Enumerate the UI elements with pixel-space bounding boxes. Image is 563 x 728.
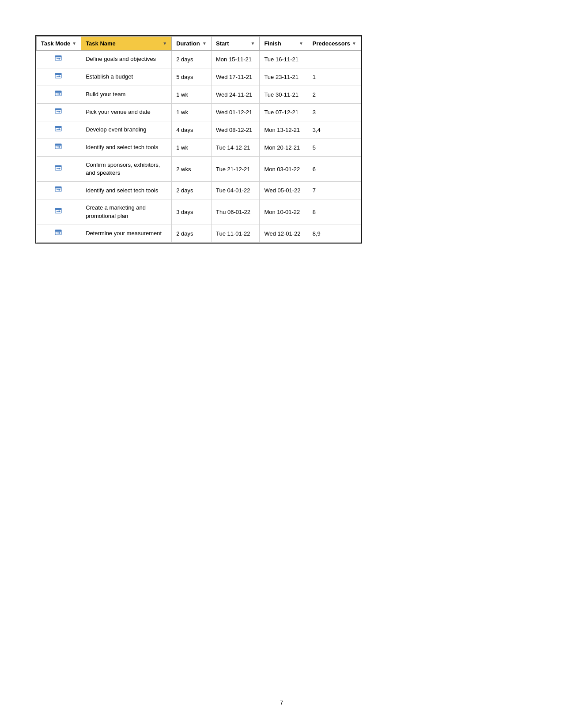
table-row[interactable]: Create a marketing and promotional plan3… bbox=[37, 199, 361, 225]
page-number: 7 bbox=[280, 699, 283, 706]
sort-arrow-task-name[interactable]: ▼ bbox=[162, 41, 167, 46]
start-cell: Tue 04-01-22 bbox=[212, 182, 260, 199]
table-row[interactable]: Build your team1 wkWed 24-11-21Tue 30-11… bbox=[37, 86, 361, 104]
start-cell: Tue 21-12-21 bbox=[212, 157, 260, 182]
task-name-cell: Establish a budget bbox=[81, 68, 172, 86]
start-cell: Wed 24-11-21 bbox=[212, 86, 260, 104]
finish-cell: Tue 23-11-21 bbox=[260, 68, 308, 86]
header-start: Start ▼ bbox=[212, 37, 260, 51]
task-name-cell: Identify and select tech tools bbox=[81, 139, 172, 157]
duration-cell: 3 days bbox=[172, 199, 212, 225]
task-mode-cell bbox=[37, 104, 81, 121]
duration-cell: 2 days bbox=[172, 51, 212, 68]
task-name-cell: Develop event branding bbox=[81, 121, 172, 139]
svg-rect-13 bbox=[55, 126, 61, 128]
predecessors-cell: 7 bbox=[308, 182, 361, 199]
svg-rect-1 bbox=[55, 56, 61, 57]
finish-cell: Mon 03-01-22 bbox=[260, 157, 308, 182]
svg-rect-28 bbox=[55, 230, 61, 232]
task-name-cell: Pick your venue and date bbox=[81, 104, 172, 121]
sort-arrow-finish[interactable]: ▼ bbox=[299, 41, 303, 46]
svg-rect-22 bbox=[55, 187, 61, 188]
task-name-cell: Confirm sponsors, exhibitors, and speake… bbox=[81, 157, 172, 182]
svg-rect-16 bbox=[55, 144, 61, 146]
start-cell: Wed 17-11-21 bbox=[212, 68, 260, 86]
table-row[interactable]: Determine your measurement2 daysTue 11-0… bbox=[37, 225, 361, 242]
predecessors-cell: 6 bbox=[308, 157, 361, 182]
table-row[interactable]: Develop event branding4 daysWed 08-12-21… bbox=[37, 121, 361, 139]
start-cell: Wed 08-12-21 bbox=[212, 121, 260, 139]
predecessors-cell: 3,4 bbox=[308, 121, 361, 139]
task-mode-icon bbox=[55, 126, 63, 134]
table-row[interactable]: Confirm sponsors, exhibitors, and speake… bbox=[37, 157, 361, 182]
task-mode-cell bbox=[37, 121, 81, 139]
start-cell: Mon 15-11-21 bbox=[212, 51, 260, 68]
table-row[interactable]: Define goals and objectives2 daysMon 15-… bbox=[37, 51, 361, 68]
finish-cell: Tue 16-11-21 bbox=[260, 51, 308, 68]
task-name-cell: Define goals and objectives bbox=[81, 51, 172, 68]
finish-cell: Tue 07-12-21 bbox=[260, 104, 308, 121]
finish-cell: Tue 30-11-21 bbox=[260, 86, 308, 104]
task-mode-icon bbox=[55, 90, 63, 99]
page-container: Task Mode ▼ Task Name ▼ Duration ▼ bbox=[0, 0, 563, 728]
duration-cell: 2 days bbox=[172, 182, 212, 199]
task-mode-icon bbox=[55, 73, 63, 81]
start-cell: Thu 06-01-22 bbox=[212, 199, 260, 225]
predecessors-cell: 5 bbox=[308, 139, 361, 157]
header-finish: Finish ▼ bbox=[260, 37, 308, 51]
sort-arrow-task-mode[interactable]: ▼ bbox=[72, 41, 76, 46]
header-task-mode: Task Mode ▼ bbox=[37, 37, 81, 51]
task-mode-icon bbox=[55, 55, 63, 64]
task-mode-cell bbox=[37, 86, 81, 104]
header-duration: Duration ▼ bbox=[172, 37, 212, 51]
predecessors-cell: 3 bbox=[308, 104, 361, 121]
start-cell: Wed 01-12-21 bbox=[212, 104, 260, 121]
task-mode-icon bbox=[55, 143, 63, 152]
table-row[interactable]: Identify and select tech tools2 daysTue … bbox=[37, 182, 361, 199]
gantt-table: Task Mode ▼ Task Name ▼ Duration ▼ bbox=[36, 36, 361, 243]
task-mode-cell bbox=[37, 182, 81, 199]
task-mode-cell bbox=[37, 225, 81, 242]
svg-rect-25 bbox=[55, 208, 61, 210]
table-row[interactable]: Establish a budget5 daysWed 17-11-21Tue … bbox=[37, 68, 361, 86]
sort-arrow-predecessors[interactable]: ▼ bbox=[352, 41, 356, 46]
finish-cell: Wed 05-01-22 bbox=[260, 182, 308, 199]
duration-cell: 2 days bbox=[172, 225, 212, 242]
task-mode-icon bbox=[55, 165, 63, 173]
finish-cell: Mon 20-12-21 bbox=[260, 139, 308, 157]
finish-cell: Mon 10-01-22 bbox=[260, 199, 308, 225]
header-task-name: Task Name ▼ bbox=[81, 37, 172, 51]
predecessors-cell: 2 bbox=[308, 86, 361, 104]
table-row[interactable]: Identify and select tech tools1 wkTue 14… bbox=[37, 139, 361, 157]
task-mode-cell bbox=[37, 68, 81, 86]
task-mode-cell bbox=[37, 199, 81, 225]
task-name-cell: Identify and select tech tools bbox=[81, 182, 172, 199]
start-cell: Tue 14-12-21 bbox=[212, 139, 260, 157]
task-mode-icon bbox=[55, 208, 63, 216]
task-mode-cell bbox=[37, 139, 81, 157]
start-cell: Tue 11-01-22 bbox=[212, 225, 260, 242]
duration-cell: 5 days bbox=[172, 68, 212, 86]
svg-rect-19 bbox=[55, 165, 61, 167]
task-mode-cell bbox=[37, 157, 81, 182]
finish-cell: Mon 13-12-21 bbox=[260, 121, 308, 139]
predecessors-cell: 8 bbox=[308, 199, 361, 225]
task-name-cell: Determine your measurement bbox=[81, 225, 172, 242]
svg-rect-7 bbox=[55, 91, 61, 93]
duration-cell: 1 wk bbox=[172, 104, 212, 121]
predecessors-cell: 8,9 bbox=[308, 225, 361, 242]
svg-rect-4 bbox=[55, 73, 61, 75]
duration-cell: 4 days bbox=[172, 121, 212, 139]
task-mode-icon bbox=[55, 186, 63, 195]
predecessors-cell bbox=[308, 51, 361, 68]
svg-rect-10 bbox=[55, 109, 61, 110]
sort-arrow-start[interactable]: ▼ bbox=[250, 41, 255, 46]
duration-cell: 1 wk bbox=[172, 86, 212, 104]
header-predecessors: Predecessors ▼ bbox=[308, 37, 361, 51]
sort-arrow-duration[interactable]: ▼ bbox=[202, 41, 207, 46]
table-row[interactable]: Pick your venue and date1 wkWed 01-12-21… bbox=[37, 104, 361, 121]
task-mode-icon bbox=[55, 108, 63, 116]
task-mode-icon bbox=[55, 229, 63, 238]
finish-cell: Wed 12-01-22 bbox=[260, 225, 308, 242]
duration-cell: 2 wks bbox=[172, 157, 212, 182]
